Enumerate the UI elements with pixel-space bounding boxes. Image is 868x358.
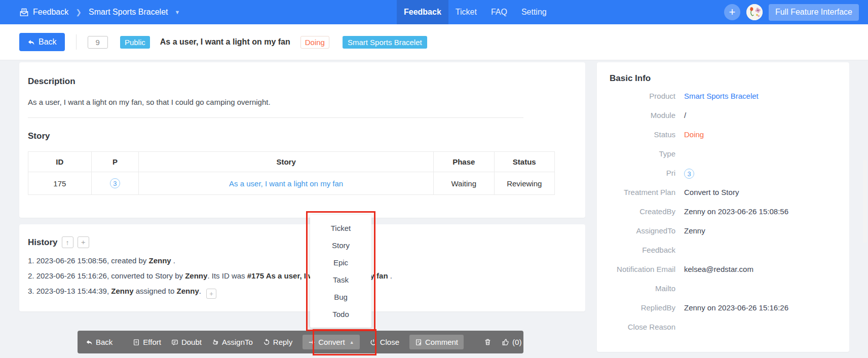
history-entry: 3. 2023-09-13 15:44:39, Zenny assigned t… [28,287,573,299]
story-col-story: Story [139,152,434,172]
info-label: Module [602,110,675,120]
doubt-toolbar-button[interactable]: Doubt [171,338,202,346]
info-value: Convert to Story [684,187,739,196]
info-row-assignedto: AssignedToZenny [602,225,839,245]
doubt-bubble-icon [171,339,178,346]
like-count: (0) [512,338,521,346]
feedback-envelope-icon [19,8,29,17]
toolbar-button-label: Comment [425,338,458,346]
story-status-cell: Reviewing [494,172,555,195]
breadcrumb-product[interactable]: Smart Sports Bracelet [89,8,168,17]
info-label: Pri [602,168,675,177]
app-title[interactable]: Feedback [33,8,68,17]
history-entry: 2. 2023-06-26 15:16:26, converted to Sto… [28,271,573,280]
info-row-status: StatusDoing [602,129,839,148]
history-entry: 1. 2023-06-26 15:08:56, created by Zenny… [28,256,573,265]
story-col-id: ID [28,152,92,172]
divider [76,34,77,50]
assignto-toolbar-button[interactable]: AssignTo [212,338,253,346]
effort-toolbar-button[interactable]: Effort [133,338,161,346]
comment-doc-icon [415,339,422,346]
chevron-down-icon: ▼ [175,9,180,15]
basic-info-panel: Basic Info ProductSmart Sports BraceletM… [597,62,849,352]
story-table-header: IDPStoryPhaseStatus [28,152,555,172]
story-col-p: P [91,152,139,172]
back-button-label: Back [39,37,57,47]
feedback-id-badge: 9 [88,36,108,49]
avatar[interactable] [746,4,763,20]
nav-tab-faq[interactable]: FAQ [484,0,514,24]
basic-info-list: ProductSmart Sports BraceletModule/Statu… [602,91,839,341]
info-label: Type [602,148,675,158]
page-scrollbar[interactable] [863,160,867,243]
info-label: Feedback [602,245,675,254]
action-toolbar: BackEffortDoubtAssignToReplyConvert▲Clos… [78,331,523,353]
info-value: Zenny [684,225,705,235]
trash-icon [484,338,492,346]
reply-toolbar-button[interactable]: Reply [263,338,292,346]
back-button[interactable]: Back [19,33,65,51]
info-label: Product [602,91,675,100]
delete-toolbar-button[interactable] [484,338,492,346]
info-row-createdby: CreatedByZenny on 2023-06-26 15:08:56 [602,206,839,225]
toolbar-button-label: Convert [318,338,345,346]
convert-menu-item-todo[interactable]: Todo [310,307,371,321]
comment-toolbar-button[interactable]: Comment [409,335,464,349]
basic-info-heading: Basic Info [602,73,839,84]
description-heading: Description [28,76,573,87]
full-feature-interface-button[interactable]: Full Feature Interface [769,4,859,21]
assign-hand-icon [212,339,219,346]
history-entry-expand-icon[interactable]: ＋ [206,289,216,299]
breadcrumb: Feedback ❯ Smart Sports Bracelet ▼ [0,8,180,17]
toolbar-button-label: Close [380,338,399,346]
info-row-mailto: Mailto [602,283,839,302]
title-bar: Back 9 Public As a user, I want a light … [0,24,868,60]
history-sort-icon[interactable]: ↑ [62,236,73,248]
info-row-notification-email: Notification Emailkelsea@redstar.com [602,264,839,283]
story-table: IDPStoryPhaseStatus 1753As a user, I wan… [28,151,555,195]
convert-toolbar-button[interactable]: Convert▲ [303,335,359,349]
history-expand-icon[interactable]: ＋ [78,236,89,248]
info-label: CreatedBy [602,206,675,216]
page-title: As a user, I want a light on my fan [160,37,290,47]
back-toolbar-button[interactable]: Back [86,338,112,346]
info-label: Mailto [602,283,675,293]
status-badge: Doing [300,36,329,49]
effort-doc-icon [133,339,140,346]
detail-card: Description As a user, I want a light on… [19,62,585,218]
info-label: Status [602,129,675,139]
visibility-badge: Public [120,36,150,49]
info-value: kelsea@redstar.com [684,264,753,273]
info-label: AssignedTo [602,225,675,235]
info-label: Notification Email [602,264,675,273]
reply-icon [263,339,270,346]
info-row-product: ProductSmart Sports Bracelet [602,91,839,110]
story-col-status: Status [494,152,555,172]
description-text: As a user, I want a light on my fan, so … [28,98,573,106]
story-link[interactable]: As a user, I want a light on my fan [229,179,343,188]
close-toolbar-button[interactable]: Close [370,338,399,346]
nav-tab-setting[interactable]: Setting [514,0,554,24]
avatar-flower-image [746,4,763,20]
info-value[interactable]: Smart Sports Bracelet [684,91,759,100]
info-label: Close Reason [602,322,675,331]
back-arrow-icon [27,38,35,46]
convert-menu-item-story[interactable]: Story [310,238,371,252]
convert-menu-item-ticket[interactable]: Ticket [310,221,371,235]
like-toolbar-button[interactable]: (0) [502,338,521,346]
convert-menu-item-epic[interactable]: Epic [310,256,371,269]
convert-arrow-icon [308,339,315,346]
add-button[interactable]: + [724,4,740,20]
toolbar-button-label: Doubt [181,338,202,346]
nav-tab-feedback[interactable]: Feedback [397,0,448,24]
history-list: 1. 2023-06-26 15:08:56, created by Zenny… [28,256,573,299]
info-row-close-reason: Close Reason [602,322,839,341]
nav-tab-ticket[interactable]: Ticket [448,0,484,24]
story-col-phase: Phase [434,152,494,172]
convert-menu-item-bug[interactable]: Bug [310,290,371,304]
story-table-row: 1753As a user, I want a light on my fanW… [28,172,555,195]
convert-menu-item-task[interactable]: Task [310,273,371,287]
toolbar-button-label: Back [96,338,112,346]
info-value: Zenny on 2023-06-26 15:08:56 [684,206,788,216]
back-arrow-icon [86,339,93,346]
